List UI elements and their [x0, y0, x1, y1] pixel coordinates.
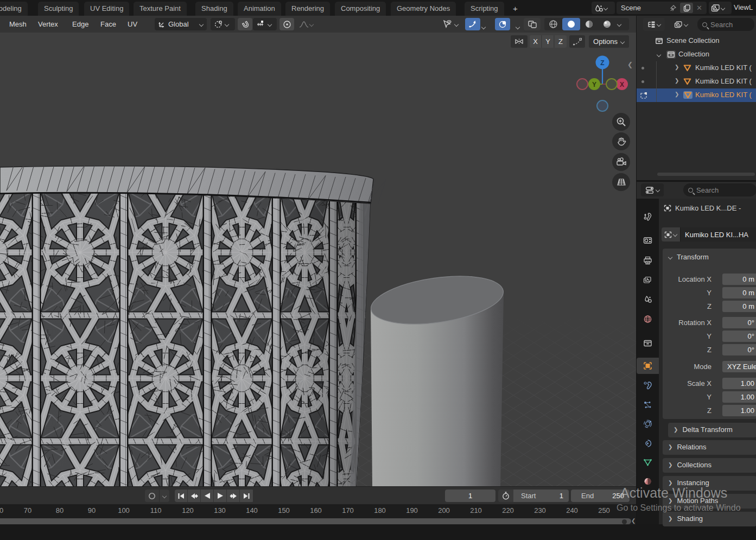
transform-field-6[interactable]: XYZ Eule	[722, 361, 756, 372]
play-button[interactable]	[214, 490, 227, 502]
outliner-row-1[interactable]: Collection	[637, 48, 756, 61]
scroll-right-arrow[interactable]: ❮	[631, 518, 636, 524]
workspace-tab-sculpting[interactable]: Sculpting	[38, 2, 79, 16]
transform-field-5[interactable]: 0°	[722, 344, 756, 355]
transform-field-8[interactable]: 1.00	[722, 391, 756, 403]
outliner-search-field[interactable]: Search	[697, 18, 754, 31]
auto-key-dropdown[interactable]	[159, 490, 169, 502]
outliner-row-2[interactable]: ❯Kumiko LED KIT (	[637, 61, 756, 75]
properties-tab-tool-icon[interactable]	[637, 208, 659, 225]
menu-edge[interactable]: Edge	[72, 16, 88, 33]
workspace-tab-compositing[interactable]: Compositing	[335, 2, 386, 16]
properties-tab-modifiers-icon[interactable]	[637, 377, 659, 393]
scene-name-field[interactable]: Scene✕	[617, 2, 707, 14]
next-keyframe-button[interactable]	[227, 490, 240, 502]
transform-field-7[interactable]: 1.00	[722, 378, 756, 389]
mirror-axis-x-button[interactable]: X	[530, 35, 542, 48]
solid-shading-button[interactable]	[562, 18, 580, 30]
properties-tab-data-icon[interactable]	[637, 454, 659, 471]
material-preview-button[interactable]	[580, 18, 598, 30]
panel-delta-transform[interactable]: ❯Delta Transform	[668, 423, 756, 437]
mirror-axis-z-button[interactable]: Z	[555, 35, 567, 48]
editor-type-dropdown[interactable]	[643, 18, 665, 31]
auto-key-record-button[interactable]	[145, 490, 159, 502]
workspace-tab-modeling[interactable]: Modeling	[0, 2, 28, 16]
pin-icon[interactable]	[669, 4, 677, 12]
properties-tab-object-icon[interactable]	[637, 358, 659, 374]
wireframe-shading-button[interactable]	[544, 18, 562, 30]
transform-panel-header[interactable]: Transform	[668, 253, 709, 261]
jump-to-start-button[interactable]	[175, 490, 188, 502]
snap-toggle-button[interactable]	[238, 18, 252, 30]
selectability-visibility-dropdown[interactable]	[441, 18, 460, 30]
workspace-tab-geometry-nodes[interactable]: Geometry Nodes	[391, 2, 456, 16]
mirror-dropdown[interactable]	[511, 35, 528, 48]
viewlayer-name[interactable]: ViewL	[734, 3, 753, 11]
outliner-row-3[interactable]: ❯Kumiko LED KIT (	[637, 75, 756, 88]
current-frame-field[interactable]: 1	[445, 490, 495, 502]
show-gizmo-toggle[interactable]	[465, 18, 480, 30]
menu-uv[interactable]: UV	[128, 16, 137, 33]
menu-vertex[interactable]: Vertex	[38, 16, 58, 33]
rendered-shading-button[interactable]	[598, 18, 616, 30]
workspace-tab-uv-editing[interactable]: UV Editing	[84, 2, 129, 16]
properties-tab-render-icon[interactable]	[637, 232, 659, 249]
transform-field-0[interactable]: 0 m	[722, 274, 756, 285]
transform-field-2[interactable]: 0 m	[722, 301, 756, 312]
workspace-tab-texture-paint[interactable]: Texture Paint	[134, 2, 187, 16]
properties-editor-type-dropdown[interactable]	[641, 183, 664, 196]
timeline-hscrollbar[interactable]	[0, 518, 631, 524]
properties-tab-particles-icon[interactable]	[637, 397, 659, 413]
pivot-point-dropdown[interactable]	[211, 18, 235, 30]
show-overlays-toggle[interactable]	[495, 18, 510, 30]
properties-tab-scene-icon[interactable]	[637, 291, 659, 308]
transform-field-1[interactable]: 0 m	[722, 287, 756, 298]
panel-shading[interactable]: ❯Shading	[663, 512, 756, 526]
object-name-field[interactable]: Kumiko LED KI...HA	[680, 227, 756, 242]
add-workspace-button[interactable]: +	[507, 2, 524, 16]
proportional-falloff-dropdown[interactable]	[295, 18, 317, 30]
xray-toggle[interactable]	[524, 18, 541, 30]
transform-field-4[interactable]: 0°	[722, 331, 756, 342]
viewport-3d[interactable]: XYZOptions ZYX ❮	[0, 33, 636, 486]
object-id-icon-button[interactable]	[662, 227, 680, 242]
properties-tab-constraints-icon[interactable]	[637, 435, 659, 452]
filter-dropdown[interactable]	[670, 18, 692, 31]
scene-datablock-icon-button[interactable]	[592, 2, 615, 14]
panel-collections[interactable]: ❯Collections	[663, 458, 756, 473]
jump-to-end-button[interactable]	[240, 490, 253, 502]
properties-tab-world-icon[interactable]	[637, 311, 659, 327]
transform-orientation-dropdown[interactable]: Global	[155, 18, 207, 30]
outliner-hscrollbar[interactable]	[657, 173, 755, 176]
shading-dropdown-chevron[interactable]	[617, 22, 621, 27]
camera-view-button[interactable]	[612, 153, 630, 171]
use-preview-range-button[interactable]	[498, 492, 513, 500]
transform-field-9[interactable]: 1.00	[722, 405, 756, 416]
properties-tab-viewlayer-icon[interactable]	[637, 272, 659, 288]
properties-search-field[interactable]: Search	[683, 183, 756, 196]
outliner-row-4[interactable]: ❯Kumiko LED KIT (	[637, 88, 756, 102]
expand-chevron[interactable]: ❯	[675, 64, 679, 70]
overlays-dropdown-chevron[interactable]	[516, 25, 520, 29]
viewlayer-icon-button[interactable]	[709, 2, 732, 14]
proportional-editing-toggle[interactable]	[279, 18, 294, 30]
workspace-tab-rendering[interactable]: Rendering	[285, 2, 330, 16]
properties-tab-physics-icon[interactable]	[637, 416, 659, 432]
expand-chevron[interactable]: ❯	[675, 78, 679, 84]
properties-tab-output-icon[interactable]	[637, 252, 659, 269]
snap-settings-dropdown[interactable]	[253, 18, 277, 30]
workspace-tab-scripting[interactable]: Scripting	[465, 2, 504, 16]
unlink-scene-icon[interactable]: ✕	[696, 4, 702, 12]
workspace-tab-shading[interactable]: Shading	[195, 2, 233, 16]
zoom-nav-button[interactable]	[612, 113, 630, 131]
gizmo-dropdown-chevron[interactable]	[481, 25, 486, 29]
start-frame-field[interactable]: Start1	[513, 490, 569, 502]
outliner-row-0[interactable]: Scene Collection	[637, 34, 756, 48]
properties-tab-collection-icon[interactable]	[637, 335, 659, 351]
transform-field-3[interactable]: 0°	[722, 317, 756, 328]
scrollbar-end-handle[interactable]	[622, 519, 627, 524]
timeline-ruler[interactable]: 6070809010011012013014015016017018019020…	[0, 504, 636, 517]
sidebar-collapse-arrow[interactable]: ❮	[627, 61, 634, 69]
new-scene-button[interactable]	[680, 3, 693, 13]
menu-mesh[interactable]: Mesh	[9, 16, 27, 33]
